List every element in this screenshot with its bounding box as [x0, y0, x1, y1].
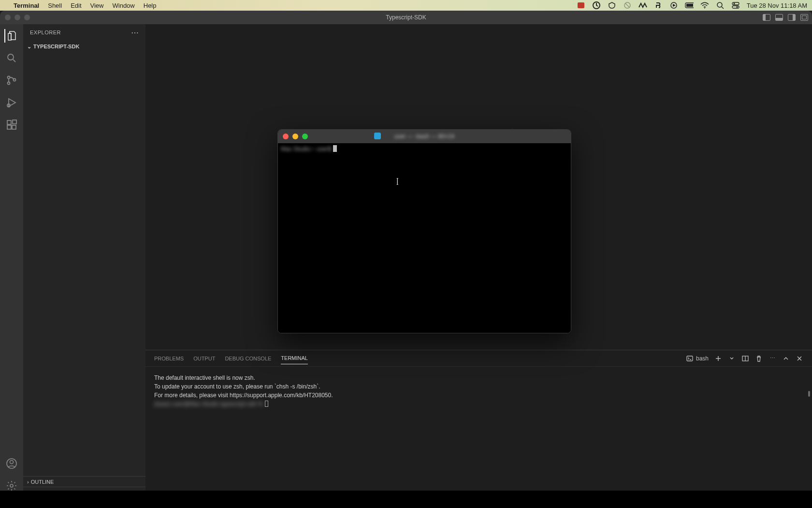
svg-rect-23 — [13, 120, 16, 124]
toggle-panel-icon[interactable] — [775, 14, 783, 21]
toggle-secondary-sidebar-icon[interactable] — [788, 14, 796, 21]
menubar-item-window[interactable]: Window — [113, 2, 135, 9]
terminal-cursor — [265, 401, 268, 407]
terminal-prompt-blurred: (base) user@Mac-Studio typescript-sdk % — [154, 400, 263, 408]
svg-rect-0 — [578, 2, 584, 8]
panel-more-icon[interactable]: ⋯ — [768, 355, 776, 362]
menubar-status-icon[interactable] — [654, 1, 663, 10]
vscode-window-title: Typescript-SDK — [0, 14, 812, 21]
terminal-line: To update your account to use zsh, pleas… — [154, 383, 320, 390]
menubar-item-shell[interactable]: Shell — [48, 2, 62, 9]
menubar-status-icon[interactable] — [608, 1, 616, 10]
svg-rect-11 — [732, 6, 739, 8]
menubar-status-icon[interactable] — [623, 1, 632, 10]
svg-point-13 — [736, 6, 738, 8]
maximize-panel-icon[interactable] — [782, 355, 790, 362]
svg-point-9 — [717, 2, 722, 7]
customize-layout-icon[interactable] — [800, 14, 808, 21]
project-name: TYPESCRIPT-SDK — [33, 44, 79, 49]
terminal-body[interactable]: Mac-Studio:~ user$ I — [278, 143, 571, 333]
menubar-status-icon[interactable] — [669, 1, 678, 10]
search-icon[interactable] — [5, 51, 18, 65]
close-panel-icon[interactable] — [796, 355, 803, 362]
svg-point-8 — [704, 8, 705, 9]
menubar-status-icon[interactable] — [592, 1, 601, 10]
svg-point-15 — [8, 76, 10, 79]
shell-name: bash — [696, 355, 709, 362]
desktop-background — [0, 491, 812, 508]
menubar-item-help[interactable]: Help — [144, 2, 157, 9]
toggle-primary-sidebar-icon[interactable] — [763, 14, 770, 21]
svg-point-14 — [8, 54, 14, 60]
svg-rect-27 — [687, 356, 693, 361]
outline-label: OUTLINE — [31, 479, 54, 485]
svg-point-16 — [8, 82, 10, 85]
split-terminal-icon[interactable] — [741, 355, 749, 362]
menubar-app-name[interactable]: Terminal — [14, 2, 39, 9]
macos-menubar: Terminal Shell Edit View Window Help Tue… — [0, 0, 812, 11]
svg-marker-4 — [673, 4, 676, 7]
tab-problems[interactable]: PROBLEMS — [154, 353, 184, 364]
outline-section[interactable]: › OUTLINE — [23, 476, 145, 487]
menubar-item-view[interactable]: View — [90, 2, 104, 9]
svg-rect-22 — [12, 125, 16, 129]
new-terminal-icon[interactable] — [714, 355, 722, 362]
tab-output[interactable]: OUTPUT — [193, 353, 215, 364]
menubar-status-icon[interactable] — [577, 1, 585, 10]
terminal-line: The default interactive shell is now zsh… — [154, 374, 255, 381]
tab-terminal[interactable]: TERMINAL — [281, 352, 308, 364]
explorer-label: EXPLORER — [30, 30, 61, 35]
battery-icon[interactable] — [685, 1, 694, 10]
svg-rect-10 — [732, 2, 739, 5]
bottom-panel: PROBLEMS OUTPUT DEBUG CONSOLE TERMINAL b… — [145, 350, 812, 497]
svg-point-12 — [733, 3, 735, 4]
vscode-titlebar: Typescript-SDK — [0, 11, 812, 24]
terminal-scrollbar[interactable] — [808, 391, 810, 397]
accounts-icon[interactable] — [5, 457, 18, 470]
kill-terminal-icon[interactable] — [755, 355, 763, 362]
terminal-shell-selector[interactable]: bash — [686, 355, 709, 362]
svg-rect-21 — [7, 125, 11, 129]
menubar-clock[interactable]: Tue 28 Nov 11:18 AM — [747, 2, 807, 9]
menubar-item-edit[interactable]: Edit — [71, 2, 81, 9]
terminal-content[interactable]: The default interactive shell is now zsh… — [145, 367, 812, 497]
control-center-icon[interactable] — [731, 1, 740, 10]
terminal-dropdown-icon[interactable] — [728, 355, 736, 362]
terminal-app-window[interactable]: user — -bash — 80×24 Mac-Studio:~ user$ … — [277, 129, 571, 333]
activity-bar — [0, 24, 23, 497]
svg-rect-7 — [686, 4, 693, 7]
explorer-more-icon[interactable]: ⋯ — [131, 28, 139, 37]
svg-point-25 — [10, 461, 14, 464]
terminal-titlebar[interactable]: user — -bash — 80×24 — [278, 130, 571, 143]
svg-point-26 — [10, 484, 13, 487]
chevron-right-icon: › — [27, 479, 29, 485]
explorer-sidebar: EXPLORER ⋯ ⌄ TYPESCRIPT-SDK › OUTLINE › … — [23, 24, 145, 497]
run-debug-icon[interactable] — [5, 96, 18, 109]
chevron-down-icon: ⌄ — [27, 44, 31, 50]
terminal-line: For more details, please visit https://s… — [154, 392, 333, 399]
explorer-icon[interactable] — [4, 29, 18, 43]
menubar-status-icon[interactable] — [638, 1, 647, 10]
svg-rect-20 — [7, 120, 11, 124]
project-root[interactable]: ⌄ TYPESCRIPT-SDK — [23, 41, 145, 52]
terminal-prompt-blurred: Mac-Studio:~ user$ — [281, 146, 331, 152]
wifi-icon[interactable] — [700, 1, 709, 10]
source-control-icon[interactable] — [5, 74, 18, 87]
tab-debug-console[interactable]: DEBUG CONSOLE — [225, 353, 271, 364]
extensions-icon[interactable] — [5, 118, 18, 132]
terminal-window-title-blurred: user — -bash — 80×24 — [278, 133, 571, 140]
spotlight-icon[interactable] — [716, 1, 725, 10]
text-cursor-ibeam: I — [396, 176, 399, 187]
terminal-cursor — [333, 145, 337, 152]
